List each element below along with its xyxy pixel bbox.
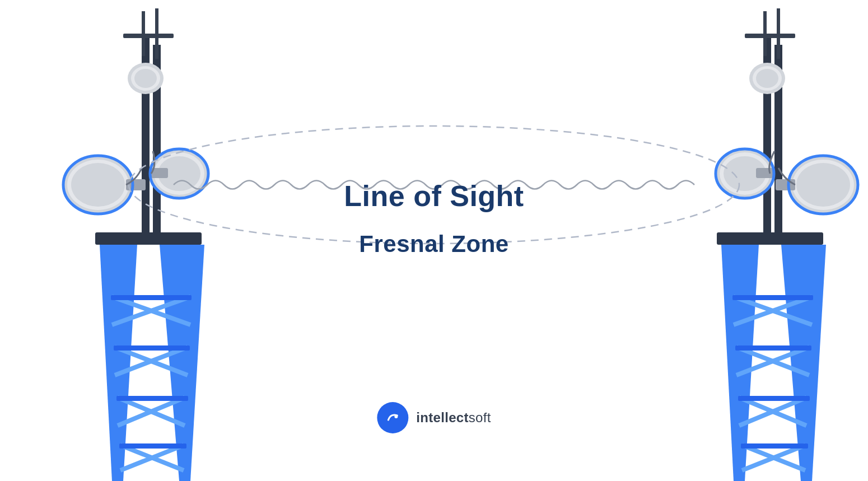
svg-rect-44 (732, 295, 813, 300)
line-of-sight-label: Line of Sight (344, 178, 524, 213)
right-tower (716, 8, 858, 481)
svg-rect-12 (114, 345, 190, 351)
svg-rect-46 (738, 396, 810, 401)
fresnal-zone-label: Fresnal Zone (359, 230, 508, 258)
logo-container: intellectsoft (377, 402, 491, 433)
left-tower (63, 8, 208, 481)
svg-rect-13 (116, 396, 188, 401)
brand-name-regular: soft (469, 410, 491, 425)
svg-rect-56 (776, 179, 795, 190)
svg-rect-14 (119, 443, 186, 449)
scene: Line of Sight Fresnal Zone intellectsoft (0, 0, 868, 481)
center-content: Line of Sight Fresnal Zone (344, 178, 524, 258)
svg-rect-47 (741, 443, 808, 449)
svg-rect-52 (745, 34, 795, 38)
svg-point-55 (796, 163, 850, 207)
svg-point-66 (394, 415, 398, 418)
svg-rect-11 (111, 295, 192, 300)
svg-rect-45 (735, 345, 811, 351)
brand-name: intellectsoft (416, 410, 491, 426)
svg-point-65 (756, 69, 778, 88)
brand-name-bold: intellect (416, 410, 468, 425)
logo-icon (377, 402, 408, 433)
svg-rect-19 (123, 34, 174, 38)
svg-point-22 (71, 163, 125, 207)
svg-point-32 (134, 69, 157, 88)
